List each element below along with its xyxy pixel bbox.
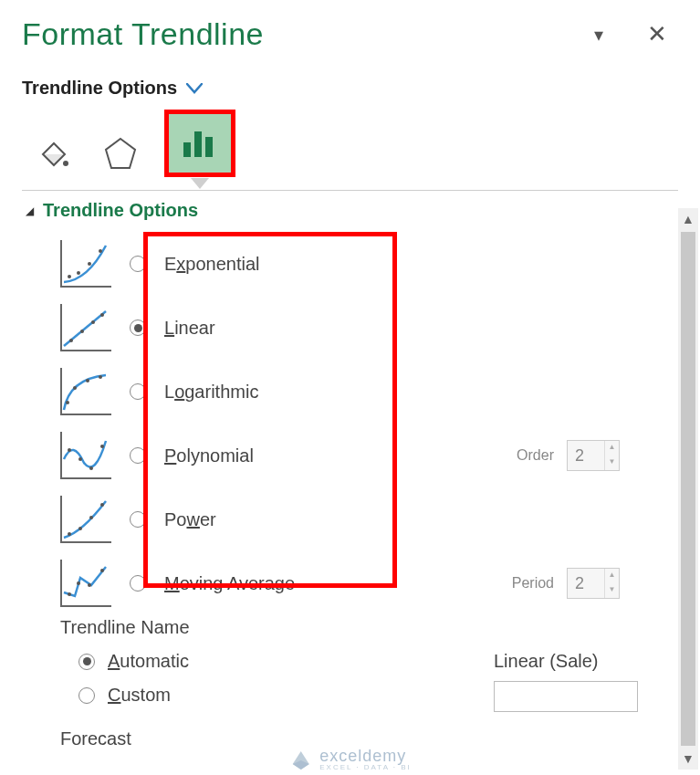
divider xyxy=(22,190,678,191)
svg-point-7 xyxy=(99,249,102,253)
collapse-triangle-icon: ◢ xyxy=(26,204,34,217)
period-value: 2 xyxy=(568,569,604,598)
close-icon[interactable]: ✕ xyxy=(647,20,667,48)
radio-polynomial[interactable] xyxy=(130,447,146,464)
trendline-options-tab[interactable] xyxy=(164,110,235,177)
watermark-logo-icon xyxy=(288,748,312,771)
section-title: Trendline Options xyxy=(43,200,198,221)
radio-custom[interactable] xyxy=(78,687,95,704)
spin-up-icon: ▲ xyxy=(605,441,619,456)
label-automatic: Automatic xyxy=(108,651,189,672)
label-power: Power xyxy=(164,509,216,530)
svg-rect-1 xyxy=(183,142,191,157)
svg-point-25 xyxy=(68,592,71,596)
spin-down-icon: ▼ xyxy=(605,456,619,470)
options-dropdown[interactable]: Trendline Options xyxy=(22,78,678,99)
label-polynomial: Polynomial xyxy=(164,445,254,466)
svg-point-19 xyxy=(89,466,93,470)
pane-header: Format Trendline ▾ ✕ xyxy=(22,16,678,52)
label-custom: Custom xyxy=(108,685,171,706)
svg-point-9 xyxy=(69,339,73,342)
watermark-sub: EXCEL · DATA · BI xyxy=(319,764,412,771)
option-power[interactable]: Power xyxy=(60,491,656,548)
option-moving-average[interactable]: Moving Average Period 2 ▲▼ xyxy=(60,555,656,612)
radio-automatic[interactable] xyxy=(78,654,95,670)
trendline-name-section: Trendline Name Automatic Custom Linear (… xyxy=(26,617,656,712)
name-automatic-row[interactable]: Automatic xyxy=(78,651,494,672)
linear-curve-icon xyxy=(60,304,111,351)
radio-power[interactable] xyxy=(130,511,146,528)
fill-line-tab[interactable] xyxy=(29,130,77,177)
svg-point-6 xyxy=(88,262,91,266)
svg-point-21 xyxy=(68,532,71,536)
options-dropdown-label: Trendline Options xyxy=(22,78,177,99)
trendline-name-label: Trendline Name xyxy=(60,617,656,638)
watermark: exceldemy EXCEL · DATA · BI xyxy=(288,748,412,771)
scrollbar[interactable]: ▲ ▼ xyxy=(678,208,698,770)
label-moving-average: Moving Average xyxy=(164,573,295,594)
svg-point-16 xyxy=(99,375,102,379)
svg-rect-2 xyxy=(194,131,202,157)
label-linear: Linear xyxy=(164,318,215,339)
option-polynomial[interactable]: Polynomial Order 2 ▲▼ xyxy=(60,427,656,484)
radio-exponential[interactable] xyxy=(130,256,146,272)
label-exponential: Exponential xyxy=(164,254,260,275)
svg-point-23 xyxy=(89,516,93,519)
category-tabs xyxy=(22,111,678,177)
order-value: 2 xyxy=(568,441,604,470)
option-exponential[interactable]: Exponential xyxy=(60,236,656,292)
paint-bucket-icon xyxy=(34,134,72,173)
task-pane-options-icon[interactable]: ▾ xyxy=(594,24,603,46)
radio-logarithmic[interactable] xyxy=(130,383,146,400)
svg-point-24 xyxy=(100,503,104,507)
spin-down-icon: ▼ xyxy=(605,583,619,598)
trendline-type-options: Exponential Linear Logarithmic xyxy=(26,236,656,612)
order-label: Order xyxy=(517,447,554,464)
svg-point-14 xyxy=(73,386,77,390)
moving-average-curve-icon xyxy=(60,560,111,607)
name-custom-row[interactable]: Custom xyxy=(78,685,494,706)
scroll-down-icon[interactable]: ▼ xyxy=(678,748,698,770)
order-spinner: 2 ▲▼ xyxy=(567,440,620,471)
radio-linear[interactable] xyxy=(130,319,146,336)
scroll-thumb[interactable] xyxy=(681,232,695,746)
label-logarithmic: Logarithmic xyxy=(164,382,258,403)
option-linear[interactable]: Linear xyxy=(60,299,656,356)
svg-point-12 xyxy=(100,313,104,317)
svg-point-22 xyxy=(78,527,82,530)
svg-point-20 xyxy=(100,445,104,448)
section-header[interactable]: ◢ Trendline Options xyxy=(26,200,656,221)
svg-point-4 xyxy=(68,275,71,278)
polynomial-curve-icon xyxy=(60,432,111,479)
effects-tab[interactable] xyxy=(97,130,144,177)
watermark-brand: exceldemy xyxy=(319,747,406,765)
chevron-down-icon xyxy=(186,83,203,94)
option-logarithmic[interactable]: Logarithmic xyxy=(60,363,656,420)
svg-point-5 xyxy=(77,271,80,275)
scroll-up-icon[interactable]: ▲ xyxy=(678,208,698,230)
power-curve-icon xyxy=(60,496,111,543)
radio-moving-average[interactable] xyxy=(130,575,146,592)
svg-point-17 xyxy=(68,448,71,452)
period-label: Period xyxy=(512,575,554,592)
period-spinner: 2 ▲▼ xyxy=(567,568,620,599)
automatic-name-value: Linear (Sale) xyxy=(494,651,638,672)
svg-point-18 xyxy=(78,457,82,461)
svg-rect-3 xyxy=(205,137,213,157)
logarithmic-curve-icon xyxy=(60,368,111,415)
svg-point-15 xyxy=(86,379,89,382)
bar-chart-icon xyxy=(180,126,220,161)
svg-point-13 xyxy=(66,401,69,404)
svg-point-11 xyxy=(91,320,95,324)
spin-up-icon: ▲ xyxy=(605,569,619,583)
svg-point-26 xyxy=(77,581,80,585)
pane-title: Format Trendline xyxy=(22,16,264,52)
exponential-curve-icon xyxy=(60,240,111,288)
svg-point-28 xyxy=(100,569,104,572)
custom-name-input[interactable] xyxy=(494,681,638,712)
svg-point-27 xyxy=(88,583,91,587)
svg-point-0 xyxy=(63,161,68,166)
pentagon-icon xyxy=(102,135,139,172)
svg-point-10 xyxy=(80,330,84,333)
